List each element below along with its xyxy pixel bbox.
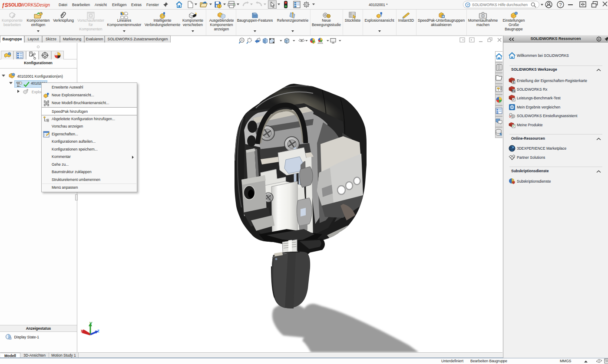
svg-text:ƒS: ƒS bbox=[2, 2, 8, 8]
svg-text:z: z bbox=[97, 328, 99, 333]
svg-text:!: ! bbox=[219, 4, 220, 8]
svg-text:x: x bbox=[81, 328, 83, 333]
svg-text:Y: Y bbox=[89, 321, 93, 326]
svg-text:Design: Design bbox=[36, 3, 50, 7]
svg-text:S: S bbox=[512, 81, 515, 84]
svg-text:?: ? bbox=[467, 3, 469, 7]
svg-text:Rx: Rx bbox=[512, 89, 515, 92]
svg-text:SOLID: SOLID bbox=[8, 3, 22, 7]
svg-text:?: ? bbox=[559, 2, 562, 7]
svg-text:WORKS: WORKS bbox=[20, 3, 37, 7]
svg-text:✓: ✓ bbox=[512, 98, 515, 101]
